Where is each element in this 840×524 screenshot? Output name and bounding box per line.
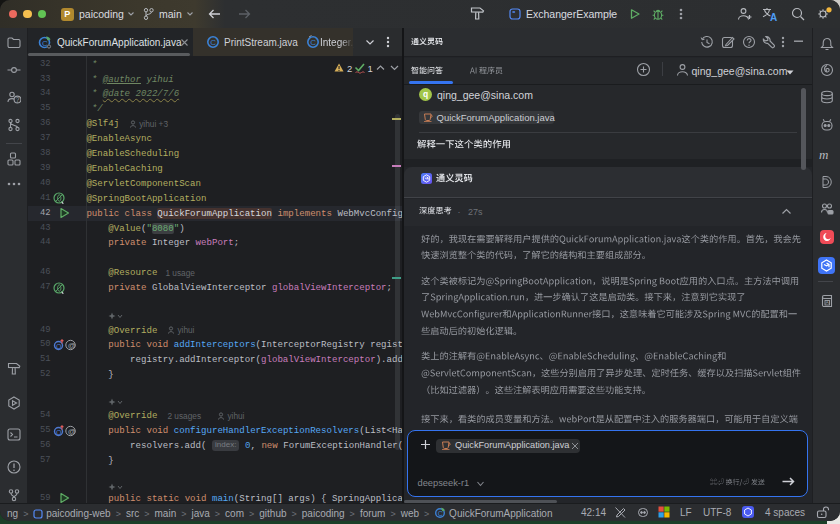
svg-text:A: A	[770, 12, 777, 22]
svg-text:A: A	[826, 300, 829, 305]
svg-text:@: @	[68, 341, 76, 350]
svg-text:?: ?	[16, 96, 20, 103]
svg-text:C: C	[438, 510, 443, 517]
svg-text:@: @	[68, 426, 76, 435]
svg-text:O: O	[56, 428, 62, 435]
svg-text:1: 1	[368, 63, 373, 74]
svg-text:O: O	[56, 342, 62, 349]
svg-text:C: C	[210, 38, 216, 47]
svg-text:2: 2	[347, 63, 352, 74]
svg-text:C: C	[310, 38, 316, 47]
